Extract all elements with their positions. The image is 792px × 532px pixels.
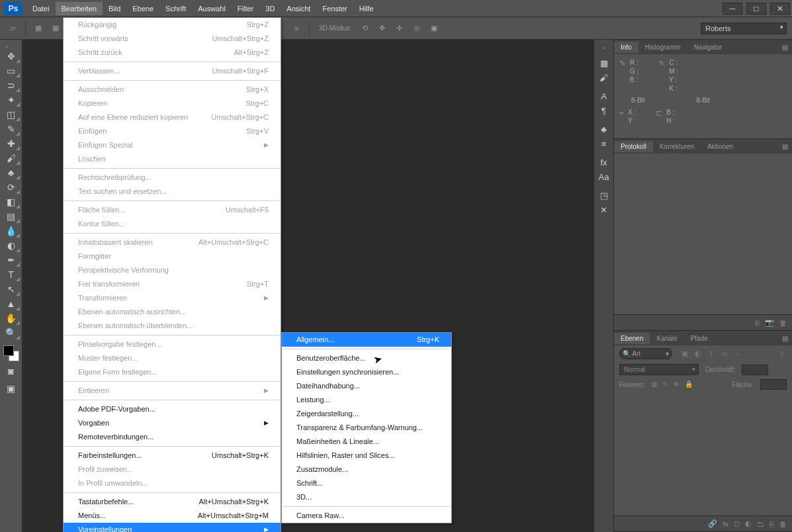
- shape-tool[interactable]: ▲: [2, 296, 21, 311]
- blur-tool[interactable]: 💧: [2, 224, 21, 238]
- lock-transparent-icon[interactable]: ▦: [651, 380, 660, 389]
- menu-ansicht[interactable]: Ansicht: [281, 2, 316, 15]
- color-swatches[interactable]: [3, 345, 19, 361]
- eyedropper-tool[interactable]: ✎: [2, 122, 21, 136]
- menuitem-schrift[interactable]: Schrift...: [282, 476, 451, 490]
- mask-icon[interactable]: ◻: [734, 519, 740, 528]
- menu-datei[interactable]: Datei: [26, 2, 56, 15]
- quickmask-icon[interactable]: ◙: [2, 364, 21, 378]
- group-icon[interactable]: 🗀: [757, 520, 764, 528]
- menuitem-tastaturbefehle[interactable]: Tastaturbefehle...Alt+Umschalt+Strg+K: [64, 495, 281, 509]
- dock-collapse[interactable]: «: [597, 45, 611, 50]
- menu-fenster[interactable]: Fenster: [316, 2, 353, 15]
- layer-filter-select[interactable]: 🔍 Art: [619, 348, 672, 359]
- tab-ebenen[interactable]: Ebenen: [614, 333, 650, 344]
- maximize-button[interactable]: □: [746, 3, 766, 15]
- menu-bearbeiten[interactable]: Bearbeiten: [56, 2, 103, 15]
- heal-tool[interactable]: ✚: [2, 136, 21, 151]
- filter-type-icon[interactable]: T: [707, 349, 716, 359]
- eraser-tool[interactable]: ◧: [2, 195, 21, 209]
- 3d-slide-icon[interactable]: ◎: [410, 21, 424, 36]
- screenmode-icon[interactable]: ▣: [2, 381, 21, 396]
- menuitem-einstellungen-synchronisieren[interactable]: Einstellungen synchronisieren...: [282, 365, 451, 379]
- history-snapshot-icon[interactable]: ⎗: [755, 319, 760, 327]
- tab-navigator[interactable]: Navigator: [687, 42, 729, 53]
- menuitem-remoteverbindungen[interactable]: Remoteverbindungen...: [64, 430, 281, 444]
- history-tool[interactable]: ⟳: [2, 180, 21, 195]
- gradient-tool[interactable]: ▤: [2, 209, 21, 224]
- blend-mode-select[interactable]: Normal: [619, 364, 699, 375]
- filter-adjust-icon[interactable]: ◐: [693, 349, 703, 359]
- brush-tool[interactable]: 🖌: [2, 151, 21, 165]
- fx-icon[interactable]: fx: [723, 520, 728, 528]
- type-tool[interactable]: T: [2, 267, 21, 282]
- opacity-field[interactable]: [742, 365, 768, 375]
- new-layer-icon[interactable]: ⎘: [770, 520, 774, 528]
- fg-color-swatch[interactable]: [3, 345, 14, 356]
- glyphs-dock-icon[interactable]: Aa: [597, 169, 611, 184]
- char-dock-icon[interactable]: A: [597, 89, 611, 103]
- filter-shape-icon[interactable]: ▭: [720, 349, 729, 359]
- panel-menu-icon[interactable]: ▤: [778, 335, 792, 342]
- 3d-drag-icon[interactable]: ✢: [392, 21, 407, 36]
- dist-icon[interactable]: ≡: [289, 21, 304, 36]
- menuitem-dateihandhabung[interactable]: Dateihandhabung...: [282, 379, 451, 393]
- toolbox-collapse[interactable]: »: [0, 44, 13, 49]
- menu-filter[interactable]: Filter: [232, 2, 259, 15]
- minimize-button[interactable]: ─: [723, 3, 742, 15]
- stamp-tool[interactable]: ♣: [2, 165, 21, 180]
- tab-kanäle[interactable]: Kanäle: [650, 333, 683, 344]
- align-dock-icon[interactable]: ≡: [597, 136, 611, 151]
- menuitem-leistung[interactable]: Leistung...: [282, 393, 451, 407]
- menuitem-adobe-pdf-vorgaben[interactable]: Adobe PDF-Vorgaben...: [64, 402, 281, 416]
- menuitem-men-s[interactable]: Menüs...Alt+Umschalt+Strg+M: [64, 509, 281, 523]
- 3d-scale-icon[interactable]: ▣: [427, 21, 441, 36]
- menuitem-voreinstellungen[interactable]: Voreinstellungen▶: [64, 523, 281, 532]
- swatches-dock-icon[interactable]: ▦: [597, 56, 611, 70]
- menu-schrift[interactable]: Schrift: [159, 2, 192, 15]
- styles-dock-icon[interactable]: fx: [597, 155, 611, 169]
- tab-protokoll[interactable]: Protokoll: [614, 141, 653, 152]
- menuitem-transparenz-farbumfang-warnung[interactable]: Transparenz & Farbumfang-Warnung...: [282, 421, 451, 435]
- adjustment-icon[interactable]: ◐: [745, 519, 752, 528]
- lasso-tool[interactable]: ⊃: [2, 78, 21, 93]
- menuitem-zeigerdarstellung[interactable]: Zeigerdarstellung...: [282, 407, 451, 421]
- dodge-tool[interactable]: ◐: [2, 238, 21, 253]
- fill-field[interactable]: [760, 379, 787, 390]
- menuitem-camera-raw[interactable]: Camera Raw...: [282, 509, 451, 523]
- close-button[interactable]: ✕: [770, 3, 790, 15]
- filter-pixel-icon[interactable]: ▣: [680, 349, 689, 359]
- workspace-selector[interactable]: Roberts: [701, 22, 787, 34]
- menu-bild[interactable]: Bild: [103, 2, 126, 15]
- hand-tool[interactable]: ✋: [2, 311, 21, 326]
- filter-toggle-icon[interactable]: ▯: [777, 349, 787, 359]
- 3d-pan-icon[interactable]: ✥: [375, 21, 390, 36]
- tab-pfade[interactable]: Pfade: [684, 333, 715, 344]
- move-tool[interactable]: ✥: [2, 49, 21, 64]
- tab-aktionen[interactable]: Aktionen: [701, 141, 740, 152]
- camera-icon[interactable]: 📷: [765, 318, 774, 327]
- path-tool[interactable]: ↖: [2, 282, 21, 296]
- crop-tool[interactable]: ◫: [2, 107, 21, 122]
- menuitem-3d[interactable]: 3D...: [282, 490, 451, 504]
- brush-dock-icon[interactable]: 🖌: [597, 70, 611, 85]
- zoom-tool[interactable]: 🔍: [2, 326, 21, 340]
- link-icon[interactable]: 🔗: [708, 519, 717, 528]
- lock-move-icon[interactable]: ✥: [674, 380, 682, 389]
- measure-dock-icon[interactable]: ✕: [597, 202, 611, 217]
- para-dock-icon[interactable]: ¶: [597, 103, 611, 118]
- opt-icon[interactable]: ▦: [31, 21, 46, 36]
- menu-hilfe[interactable]: Hilfe: [353, 2, 380, 15]
- menuitem-zusatzmodule[interactable]: Zusatzmodule...: [282, 463, 451, 476]
- trash-icon[interactable]: 🗑: [779, 319, 787, 327]
- panel-menu-icon[interactable]: ▤: [778, 143, 792, 150]
- menuitem-allgemein[interactable]: Allgemein...Strg+K: [282, 333, 451, 347]
- clone-dock-icon[interactable]: ♣: [597, 122, 611, 136]
- menu-ebene[interactable]: Ebene: [126, 2, 159, 15]
- lock-all-icon[interactable]: 🔒: [685, 380, 693, 389]
- pen-tool[interactable]: ✒: [2, 253, 21, 267]
- menu-3d[interactable]: 3D: [259, 2, 281, 15]
- tab-info[interactable]: Info: [614, 42, 638, 53]
- tab-histogramm[interactable]: Histogramm: [638, 42, 687, 53]
- marquee-tool[interactable]: ▭: [2, 64, 21, 78]
